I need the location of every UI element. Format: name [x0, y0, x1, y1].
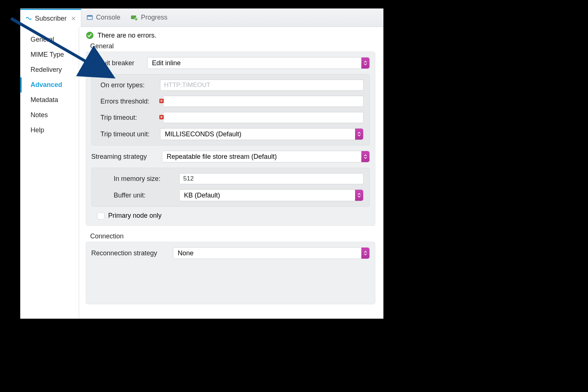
- tab-console-label: Console: [96, 14, 120, 21]
- reconnection-strategy-row: Reconnection strategy None: [91, 247, 370, 259]
- general-group: Circuit breaker Edit inline On error typ…: [86, 52, 375, 226]
- primary-node-only-checkbox[interactable]: [97, 212, 105, 220]
- chevron-updown-icon: [361, 57, 369, 69]
- svg-rect-1: [87, 15, 92, 17]
- circuit-breaker-row: Circuit breaker Edit inline: [91, 57, 370, 69]
- sidebar-item-label: Advanced: [31, 81, 62, 88]
- content-area: There are no errors. General Circuit bre…: [79, 27, 383, 319]
- status-text: There are no errors.: [98, 32, 156, 39]
- buffer-unit-select[interactable]: KB (Default): [179, 189, 364, 201]
- reconnection-strategy-select[interactable]: None: [173, 247, 370, 259]
- chevron-updown-icon: [361, 248, 369, 259]
- errors-threshold-input[interactable]: [163, 96, 364, 107]
- sidebar-item-label: Help: [31, 126, 44, 134]
- error-icon: ✕: [159, 99, 164, 103]
- trip-timeout-label: Trip timeout:: [98, 114, 156, 122]
- tab-console[interactable]: Console: [81, 8, 125, 27]
- chevron-updown-icon: [355, 129, 363, 140]
- reconnection-strategy-label: Reconnection strategy: [91, 249, 169, 257]
- sidebar-item-mime-type[interactable]: MIME Type: [20, 47, 79, 62]
- buffer-unit-label: Buffer unit:: [98, 192, 175, 199]
- streaming-strategy-label: Streaming strategy: [91, 153, 157, 161]
- trip-timeout-unit-value: MILLISECONDS (Default): [165, 130, 241, 138]
- streaming-strategy-select[interactable]: Repeatable file store stream (Default): [162, 151, 370, 162]
- chevron-updown-icon: [355, 190, 363, 201]
- progress-icon: [131, 15, 138, 21]
- circuit-breaker-value: Edit inline: [152, 59, 181, 67]
- sidebar: General MIME Type Redelivery Advanced Me…: [20, 27, 79, 319]
- sidebar-item-general[interactable]: General: [20, 32, 79, 47]
- console-icon: [86, 14, 93, 21]
- in-memory-size-input[interactable]: [179, 173, 364, 184]
- in-memory-size-label: In memory size:: [98, 175, 175, 183]
- streaming-subgroup: In memory size: Buffer unit: KB (Default…: [91, 168, 370, 207]
- sidebar-item-notes[interactable]: Notes: [20, 108, 79, 123]
- config-panel: Subscriber ✕ Console Progress General MI…: [20, 8, 383, 319]
- tab-subscriber[interactable]: Subscriber ✕: [20, 9, 81, 27]
- panel-body: General MIME Type Redelivery Advanced Me…: [20, 27, 383, 319]
- close-icon[interactable]: ✕: [71, 15, 76, 22]
- sidebar-item-label: Redelivery: [31, 66, 62, 73]
- sidebar-item-label: MIME Type: [31, 51, 64, 58]
- reconnection-strategy-value: None: [178, 249, 194, 257]
- buffer-unit-value: KB (Default): [184, 192, 220, 199]
- section-title-general: General: [90, 42, 375, 50]
- on-error-types-input[interactable]: [160, 80, 364, 91]
- trip-timeout-unit-label: Trip timeout unit:: [98, 130, 156, 138]
- section-title-connection: Connection: [90, 232, 375, 240]
- ok-icon: [86, 31, 94, 39]
- sidebar-item-advanced[interactable]: Advanced: [20, 77, 79, 92]
- circuit-breaker-select[interactable]: Edit inline: [147, 57, 370, 69]
- sidebar-item-label: Notes: [31, 111, 48, 119]
- on-error-types-label: On error types:: [98, 81, 156, 89]
- streaming-strategy-value: Repeatable file store stream (Default): [167, 153, 277, 161]
- tab-bar: Subscriber ✕ Console Progress: [20, 8, 383, 27]
- error-icon: ✕: [159, 115, 164, 119]
- sidebar-item-redelivery[interactable]: Redelivery: [20, 62, 79, 77]
- circuit-breaker-label: Circuit breaker: [91, 59, 143, 67]
- primary-node-only-label: Primary node only: [108, 212, 162, 220]
- subscriber-icon: [25, 15, 32, 22]
- tab-subscriber-label: Subscriber: [35, 15, 67, 22]
- tab-progress-label: Progress: [141, 14, 167, 21]
- sidebar-item-metadata[interactable]: Metadata: [20, 92, 79, 108]
- trip-timeout-input[interactable]: [163, 112, 364, 123]
- chevron-updown-icon: [361, 151, 369, 162]
- errors-threshold-label: Errors threshold:: [98, 98, 156, 105]
- streaming-strategy-row: Streaming strategy Repeatable file store…: [91, 151, 370, 162]
- connection-group: Reconnection strategy None: [86, 242, 375, 304]
- tab-progress[interactable]: Progress: [125, 8, 173, 27]
- sidebar-item-label: Metadata: [31, 96, 58, 104]
- trip-timeout-unit-select[interactable]: MILLISECONDS (Default): [160, 128, 364, 140]
- primary-node-only-row: Primary node only: [91, 212, 370, 220]
- sidebar-item-label: General: [31, 36, 54, 43]
- status-bar: There are no errors.: [86, 31, 375, 39]
- circuit-breaker-subgroup: On error types: Errors threshold: ✕ Trip…: [91, 74, 370, 146]
- sidebar-item-help[interactable]: Help: [20, 123, 79, 138]
